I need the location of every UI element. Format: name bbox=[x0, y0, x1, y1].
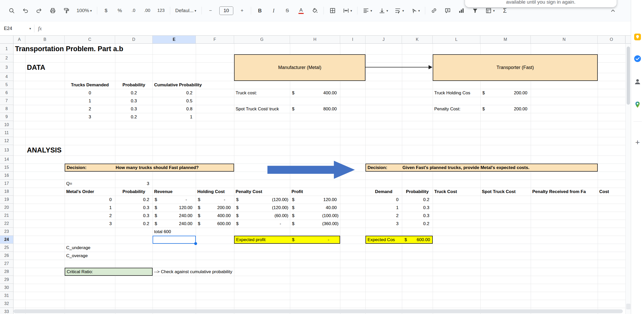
contacts-icon[interactable] bbox=[634, 78, 641, 86]
transporter-box[interactable]: Transporter (Fast) bbox=[433, 54, 598, 81]
horizontal-align-button[interactable]: ▾ bbox=[361, 5, 373, 17]
cell-C22[interactable]: 3 bbox=[65, 220, 115, 228]
cell-C18[interactable]: Metal's Order bbox=[65, 188, 96, 196]
expected-profit-cells[interactable]: Expected profit $ - bbox=[234, 236, 340, 244]
cell-B3[interactable]: DATA bbox=[25, 62, 47, 73]
column-header-F[interactable]: F bbox=[196, 36, 234, 44]
cell-C9[interactable]: 3 bbox=[65, 113, 115, 121]
row-header-1[interactable]: 1 bbox=[0, 44, 13, 54]
column-header-D[interactable]: D bbox=[115, 36, 153, 44]
fill-handle[interactable] bbox=[194, 242, 197, 245]
cell-C7[interactable]: 1 bbox=[65, 97, 115, 105]
column-header-I[interactable]: I bbox=[340, 36, 365, 44]
column-header-B[interactable]: B bbox=[25, 36, 65, 44]
cell-F22[interactable]: $600.00 bbox=[196, 220, 234, 228]
cell-H22[interactable]: $(360.00) bbox=[290, 220, 340, 228]
more-formats-button[interactable]: 123 bbox=[156, 5, 166, 17]
text-wrap-button[interactable]: ▾ bbox=[393, 5, 405, 17]
cell-E23[interactable]: total 600 bbox=[153, 228, 173, 236]
menus-search-button[interactable] bbox=[7, 5, 17, 17]
cell-G22[interactable]: $- bbox=[234, 220, 290, 228]
row-header-31[interactable]: 31 bbox=[0, 292, 13, 300]
cell-E21[interactable]: $240.00 bbox=[153, 212, 196, 220]
cell-J19[interactable]: 0 bbox=[365, 196, 402, 204]
name-box[interactable]: E24 ▾ bbox=[0, 26, 34, 31]
cell-C20[interactable]: 1 bbox=[65, 204, 115, 212]
increase-font-size-button[interactable]: + bbox=[237, 5, 247, 17]
cell-E20[interactable]: $120.00 bbox=[153, 204, 196, 212]
row-header-4[interactable]: 4 bbox=[0, 73, 13, 81]
cell-E6[interactable]: 0.2 bbox=[153, 89, 196, 97]
cell-E18[interactable]: Revenue bbox=[153, 188, 174, 196]
decrease-decimals-button[interactable]: .0 bbox=[129, 5, 138, 17]
cell-C25[interactable]: C_underage bbox=[65, 244, 92, 252]
cell-D7[interactable]: 0.3 bbox=[115, 97, 153, 105]
cell-E9[interactable]: 1 bbox=[153, 113, 196, 121]
row-header-10[interactable]: 10 bbox=[0, 121, 13, 129]
tasks-icon[interactable] bbox=[634, 55, 641, 63]
print-button[interactable] bbox=[48, 5, 58, 17]
cell-G21[interactable]: $(60.00) bbox=[234, 212, 290, 220]
cell-M8[interactable]: $200.00 bbox=[480, 105, 531, 113]
cell-J22[interactable]: 3 bbox=[365, 220, 402, 228]
vertical-scrollbar-bottom[interactable] bbox=[626, 304, 631, 309]
cell-C17[interactable]: Q= bbox=[65, 180, 74, 188]
row-header-11[interactable]: 11 bbox=[0, 129, 13, 137]
cell-K18[interactable]: Probability bbox=[402, 188, 433, 196]
cell-D21[interactable]: 0.3 bbox=[115, 212, 153, 220]
connector-line[interactable] bbox=[365, 67, 429, 67]
horizontal-scrollbar[interactable] bbox=[13, 309, 623, 313]
cell-J18[interactable]: Demand bbox=[365, 188, 402, 196]
strikethrough-button[interactable]: S bbox=[282, 5, 292, 17]
row-header-26[interactable]: 26 bbox=[0, 252, 13, 260]
formula-input[interactable] bbox=[42, 21, 631, 35]
cell-G18[interactable]: Penalty Cost bbox=[234, 188, 264, 196]
decision-banner-metal[interactable]: Decision: Given Fast's planned trucks, p… bbox=[365, 164, 598, 172]
column-header-E[interactable]: E bbox=[153, 36, 196, 44]
cell-E19[interactable]: $- bbox=[153, 196, 196, 204]
column-header-K[interactable]: K bbox=[402, 36, 433, 44]
column-header-O[interactable]: O bbox=[598, 36, 625, 44]
get-addons-icon[interactable]: + bbox=[634, 139, 641, 146]
row-header-22[interactable]: 22 bbox=[0, 220, 13, 228]
cell-K19[interactable]: 0.2 bbox=[402, 196, 433, 204]
spreadsheet-grid[interactable]: Manufacturer (Metal) Transporter (Fast) … bbox=[0, 36, 625, 314]
row-header-28[interactable]: 28 bbox=[0, 268, 13, 276]
cell-O18[interactable]: Cost bbox=[598, 188, 611, 196]
column-header-H[interactable]: H bbox=[290, 36, 340, 44]
row-header-20[interactable]: 20 bbox=[0, 204, 13, 212]
cell-L18[interactable]: Truck Cost bbox=[433, 188, 459, 196]
cell-C5[interactable]: Trucks Demanded bbox=[65, 81, 115, 89]
cell-D17[interactable]: 3 bbox=[115, 180, 153, 188]
cell-J21[interactable]: 2 bbox=[365, 212, 402, 220]
fill-color-button[interactable] bbox=[310, 5, 320, 17]
keep-icon[interactable] bbox=[634, 33, 641, 41]
cell-E28[interactable]: --> Check against cumulative probability bbox=[153, 268, 234, 276]
cell-D20[interactable]: 0.3 bbox=[115, 204, 153, 212]
cell-E7[interactable]: 0.5 bbox=[153, 97, 196, 105]
critical-ratio-cell[interactable]: Critical Ratio: bbox=[65, 268, 153, 276]
row-header-23[interactable]: 23 bbox=[0, 228, 13, 236]
column-header-N[interactable]: N bbox=[531, 36, 598, 44]
percent-format-button[interactable]: % bbox=[115, 5, 125, 17]
font-size-input[interactable]: 10 bbox=[219, 6, 233, 15]
cell-C8[interactable]: 2 bbox=[65, 105, 115, 113]
cell-D9[interactable]: 0.2 bbox=[115, 113, 153, 121]
row-header-21[interactable]: 21 bbox=[0, 212, 13, 220]
row-header-24[interactable]: 24 bbox=[0, 236, 13, 244]
cell-F20[interactable]: $200.00 bbox=[196, 204, 234, 212]
row-header-5[interactable]: 5 bbox=[0, 81, 13, 89]
row-header-25[interactable]: 25 bbox=[0, 244, 13, 252]
row-header-33[interactable]: 33 bbox=[0, 308, 13, 314]
cell-D22[interactable]: 0.2 bbox=[115, 220, 153, 228]
cell-C26[interactable]: C_overage bbox=[65, 252, 89, 260]
select-all-corner[interactable] bbox=[0, 36, 13, 44]
column-header-A[interactable]: A bbox=[13, 36, 25, 44]
font-family-select[interactable]: Defaul... ▾ bbox=[174, 5, 198, 17]
cell-G20[interactable]: $(120.00) bbox=[234, 204, 290, 212]
column-header-J[interactable]: J bbox=[365, 36, 402, 44]
cell-H6[interactable]: $400.00 bbox=[290, 89, 340, 97]
text-color-button[interactable]: A bbox=[296, 5, 306, 17]
row-header-30[interactable]: 30 bbox=[0, 284, 13, 292]
cell-G6[interactable]: Truck cost: bbox=[234, 89, 259, 97]
